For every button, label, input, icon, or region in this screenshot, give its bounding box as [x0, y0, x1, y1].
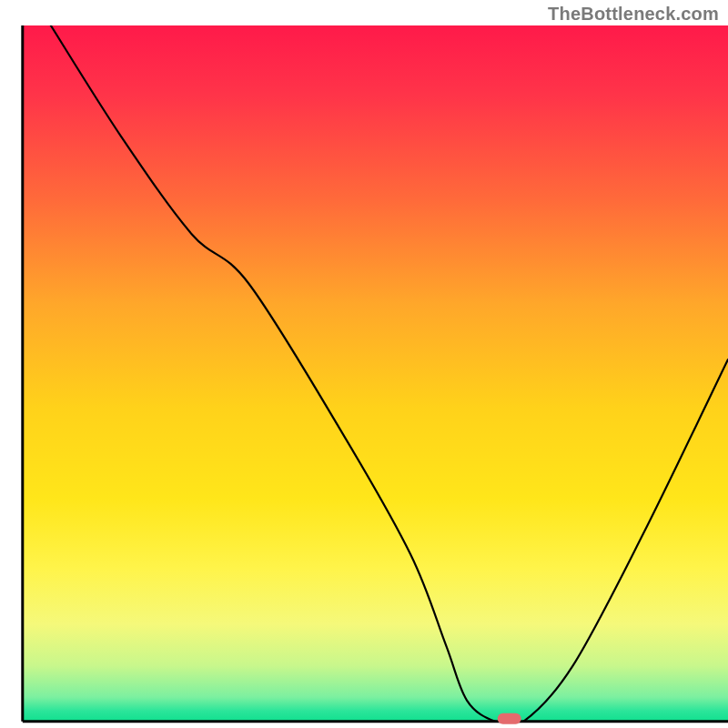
chart-background-gradient — [23, 25, 728, 722]
watermark-text: TheBottleneck.com — [548, 4, 719, 25]
optimum-marker — [498, 713, 521, 724]
chart-svg — [0, 0, 728, 728]
chart-container: TheBottleneck.com — [0, 0, 728, 728]
